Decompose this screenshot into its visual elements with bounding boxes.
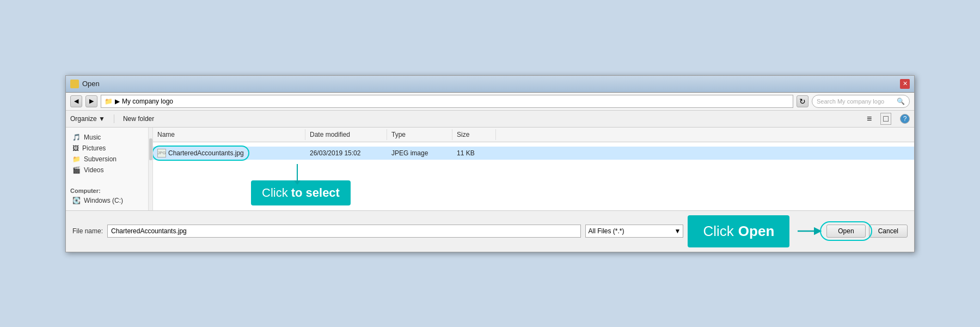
- folder-icon: 📁: [105, 98, 113, 105]
- annotation-arrow-up: [297, 164, 298, 180]
- view-icon[interactable]: ≡: [867, 114, 872, 124]
- refresh-button[interactable]: ↻: [797, 95, 808, 107]
- preview-icon[interactable]: □: [880, 113, 891, 125]
- sidebar-item-music[interactable]: 🎵 Music: [66, 132, 152, 143]
- click-to-select-annotation: Click to select: [251, 164, 351, 205]
- click-open-annotation: Click Open: [688, 215, 822, 247]
- file-name-cell: JPG CharteredAccountants.jpg: [153, 148, 305, 159]
- file-name-label: File name:: [72, 227, 103, 235]
- col-date: Date modified: [305, 129, 387, 140]
- path-text: My company logo: [122, 98, 173, 105]
- sidebar-scrollbar[interactable]: [148, 128, 152, 210]
- pictures-icon: 🖼: [72, 144, 79, 152]
- action-buttons: Open Cancel: [826, 225, 908, 238]
- dialog-title: Open: [82, 80, 100, 88]
- file-list-container: Name Date modified Type Size JPG Charter…: [153, 128, 914, 210]
- title-bar: Open ✕: [66, 76, 914, 93]
- sidebar-scrollbar-thumb[interactable]: [149, 138, 152, 160]
- open-btn-wrapper: Open: [826, 225, 865, 238]
- help-icon[interactable]: ?: [900, 114, 910, 124]
- breadcrumb-separator: ▶: [115, 98, 120, 105]
- sidebar-item-windows[interactable]: 💽 Windows (C:): [66, 195, 152, 206]
- col-type: Type: [387, 129, 452, 140]
- sidebar-item-subversion[interactable]: 📁 Subversion: [66, 154, 152, 165]
- col-size: Size: [452, 129, 496, 140]
- videos-icon: 🎬: [72, 166, 81, 174]
- col-name: Name: [153, 129, 305, 140]
- sidebar-item-pictures[interactable]: 🖼 Pictures: [66, 143, 152, 154]
- file-type-cell: JPEG image: [387, 148, 452, 159]
- file-icon: JPG: [157, 149, 166, 158]
- subversion-icon: 📁: [72, 155, 81, 163]
- title-bar-left: Open: [70, 80, 100, 88]
- click-open-arrow: [795, 226, 822, 237]
- back-button[interactable]: ◀: [70, 95, 82, 107]
- address-bar: ◀ ▶ 📁 ▶ My company logo ↻ Search My comp…: [66, 93, 914, 111]
- file-size-cell: 11 KB: [452, 148, 496, 159]
- close-button[interactable]: ✕: [900, 79, 910, 89]
- bottom-bar: File name: All Files (*.*) ▼ Click Open: [66, 210, 914, 252]
- windows-icon: 💽: [72, 197, 81, 204]
- sidebar-item-videos[interactable]: 🎬 Videos: [66, 165, 152, 175]
- filename-input[interactable]: [107, 225, 581, 238]
- organize-button[interactable]: Organize ▼: [70, 115, 105, 123]
- filename-highlight: JPG CharteredAccountants.jpg: [157, 149, 244, 158]
- file-list-body: JPG CharteredAccountants.jpg 26/03/2019 …: [153, 142, 914, 210]
- dialog-icon: [70, 80, 79, 88]
- open-button[interactable]: Open: [826, 225, 865, 238]
- table-row[interactable]: JPG CharteredAccountants.jpg 26/03/2019 …: [153, 147, 914, 160]
- music-icon: 🎵: [72, 134, 81, 141]
- cancel-button[interactable]: Cancel: [869, 225, 908, 238]
- filetype-dropdown[interactable]: All Files (*.*) ▼: [585, 225, 683, 238]
- main-content: 🎵 Music 🖼 Pictures 📁 Subversion 🎬 Videos…: [66, 128, 914, 210]
- file-name: CharteredAccountants.jpg: [168, 149, 244, 157]
- search-placeholder: Search My company logo: [817, 98, 884, 105]
- toolbar-separator: [114, 114, 114, 123]
- dropdown-arrow: ▼: [675, 227, 681, 235]
- click-open-box: Click Open: [688, 215, 789, 247]
- toolbar: Organize ▼ New folder ≡ □ ?: [66, 111, 914, 128]
- open-dialog: Open ✕ ◀ ▶ 📁 ▶ My company logo ↻ Search …: [65, 75, 915, 252]
- forward-button[interactable]: ▶: [85, 95, 97, 107]
- annotation-box: Click to select: [251, 180, 351, 205]
- file-date-cell: 26/03/2019 15:02: [305, 148, 387, 159]
- address-path[interactable]: 📁 ▶ My company logo: [101, 95, 793, 108]
- new-folder-button[interactable]: New folder: [123, 115, 154, 123]
- search-icon: 🔍: [897, 98, 905, 105]
- file-list-header: Name Date modified Type Size: [153, 128, 914, 142]
- computer-section-label: Computer:: [66, 184, 152, 195]
- sidebar: 🎵 Music 🖼 Pictures 📁 Subversion 🎬 Videos…: [66, 128, 153, 210]
- search-box[interactable]: Search My company logo 🔍: [812, 95, 910, 108]
